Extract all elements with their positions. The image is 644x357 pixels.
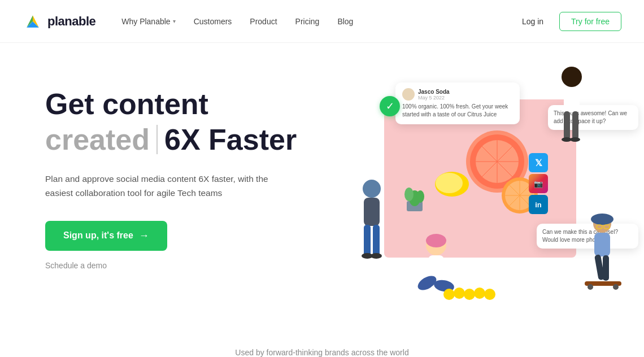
hero-content: Get content created 6X Faster Plan and a… (45, 77, 339, 270)
svg-rect-24 (364, 225, 371, 256)
try-for-free-button[interactable]: Try for free (559, 12, 621, 31)
svg-point-53 (484, 289, 495, 300)
person-top-right (562, 67, 582, 142)
svg-point-40 (591, 214, 613, 225)
navbar: planable Why Planable ▾ Customers Produc… (0, 0, 644, 43)
bottom-bar: Used by forward-thinking brands across t… (0, 337, 644, 357)
nav-pricing[interactable]: Pricing (288, 12, 328, 31)
svg-rect-35 (564, 111, 570, 140)
chevron-down-icon: ▾ (173, 18, 176, 24)
svg-rect-25 (373, 225, 380, 256)
signup-button[interactable]: Sign up, it's free → (45, 221, 167, 251)
svg-point-29 (426, 234, 446, 247)
svg-point-48 (613, 284, 619, 290)
person-center (415, 234, 455, 293)
nav-customers[interactable]: Customers (186, 12, 240, 31)
svg-rect-36 (572, 111, 578, 140)
svg-point-33 (562, 67, 582, 87)
hero-subtitle: Plan and approve social media content 6X… (45, 172, 294, 201)
svg-point-49 (443, 289, 455, 300)
hero-section: Get content created 6X Faster Plan and a… (0, 43, 644, 337)
nav-why-planable[interactable]: Why Planable ▾ (114, 12, 183, 31)
person-left (362, 180, 382, 259)
hero-faster-text: 6X Faster (164, 123, 297, 156)
signup-label: Sign up, it's free (63, 230, 133, 241)
hero-illustration: Jasco Soda May 5 2022 100% organic. 100%… (339, 66, 644, 325)
scene-wrapper: Jasco Soda May 5 2022 100% organic. 100%… (339, 66, 644, 325)
bottom-text: Used by forward-thinking brands across t… (235, 348, 408, 357)
svg-point-52 (474, 288, 485, 299)
hero-created-text: created (45, 123, 150, 156)
nav-actions: Log in Try for free (515, 12, 621, 31)
nav-product[interactable]: Product (242, 12, 285, 31)
svg-rect-34 (564, 87, 580, 112)
nav-links: Why Planable ▾ Customers Product Pricing… (114, 12, 515, 31)
login-button[interactable]: Log in (515, 12, 550, 31)
logo-link[interactable]: planable (23, 11, 95, 32)
hero-title-line2: created 6X Faster (45, 123, 339, 156)
svg-rect-30 (428, 255, 444, 277)
svg-rect-43 (594, 233, 610, 256)
svg-rect-45 (603, 255, 609, 281)
svg-point-50 (454, 288, 465, 299)
brand-name: planable (47, 14, 95, 29)
logo-icon (23, 11, 43, 32)
hero-title-divider (156, 125, 158, 154)
svg-rect-23 (364, 198, 380, 226)
arrow-icon: → (139, 230, 149, 242)
hero-title-line1: Get content (45, 88, 339, 120)
svg-point-27 (371, 253, 382, 259)
svg-point-38 (570, 137, 580, 142)
nav-blog[interactable]: Blog (329, 12, 361, 31)
svg-point-47 (588, 284, 593, 290)
schedule-demo-link[interactable]: Schedule a demo (45, 261, 339, 270)
svg-point-51 (464, 289, 475, 300)
person-right (585, 214, 621, 290)
svg-point-22 (363, 180, 381, 198)
people-svg (339, 66, 644, 325)
